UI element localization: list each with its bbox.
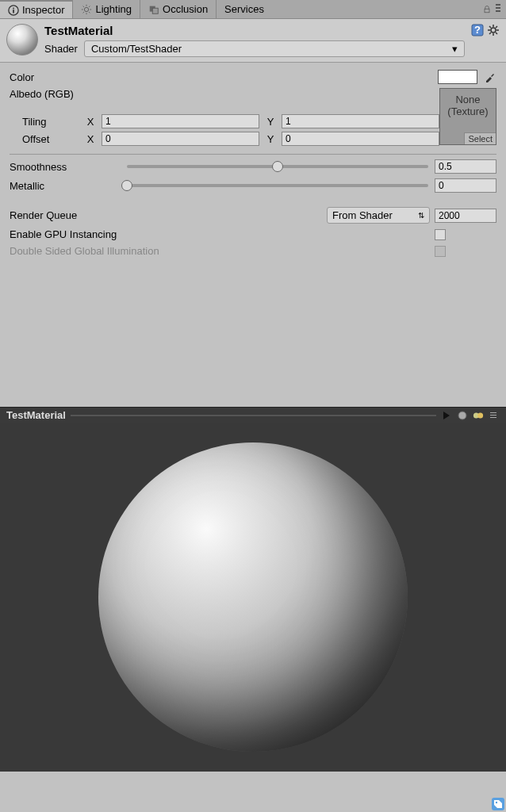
light-preview-icon[interactable] [473, 410, 484, 421]
dsgi-checkbox [435, 246, 446, 257]
metallic-label: Metallic [10, 180, 121, 192]
svg-point-1 [13, 7, 14, 9]
svg-line-10 [83, 12, 84, 13]
svg-rect-17 [496, 10, 500, 12]
tab-bar: Inspector Lighting Occlusion Services [0, 0, 506, 19]
smoothness-value-input[interactable] [435, 159, 496, 174]
texture-select-button[interactable]: Select [464, 132, 496, 144]
shader-dropdown[interactable]: Custom/TestShader ▾ [84, 40, 465, 57]
info-icon [8, 5, 19, 16]
albedo-texture-slot[interactable]: None (Texture) Select [439, 88, 496, 145]
preview-sphere [98, 442, 408, 752]
material-preview[interactable] [0, 423, 506, 772]
shader-value: Custom/TestShader [91, 43, 182, 55]
svg-point-35 [496, 802, 497, 803]
eyedropper-icon[interactable] [484, 71, 496, 83]
shader-label: Shader [44, 43, 78, 55]
svg-line-25 [489, 26, 491, 28]
svg-line-8 [83, 6, 84, 6]
slider-thumb[interactable] [272, 161, 283, 172]
chevron-down-icon: ▾ [452, 43, 458, 55]
render-queue-mode: From Shader [332, 209, 393, 221]
svg-rect-32 [490, 412, 496, 413]
separator [10, 154, 496, 155]
tab-lighting[interactable]: Lighting [73, 0, 140, 18]
svg-line-9 [90, 12, 90, 13]
svg-point-29 [458, 412, 466, 419]
dsgi-label: Double Sided Global Illumination [10, 245, 435, 257]
tab-occlusion-label: Occlusion [163, 3, 208, 15]
svg-rect-15 [496, 4, 500, 6]
svg-rect-14 [485, 9, 489, 13]
offset-label: Offset [22, 133, 79, 145]
tiling-y-input[interactable] [282, 114, 439, 128]
tab-services-label: Services [224, 3, 264, 15]
render-queue-label: Render Queue [10, 209, 327, 221]
y-label-2: Y [263, 133, 278, 145]
preview-title: TestMaterial [6, 409, 66, 421]
spacer [0, 268, 506, 407]
play-icon[interactable] [441, 410, 452, 421]
svg-line-26 [496, 33, 497, 34]
albedo-label: Albedo (RGB) [10, 88, 439, 100]
svg-rect-13 [152, 8, 158, 13]
offset-x-input[interactable] [102, 132, 259, 146]
smoothness-slider[interactable] [127, 165, 428, 168]
tab-lighting-label: Lighting [95, 3, 132, 15]
svg-line-27 [489, 33, 491, 34]
svg-rect-33 [490, 415, 496, 416]
material-name: TestMaterial [44, 24, 465, 37]
tab-inspector-label: Inspector [22, 4, 64, 16]
preview-menu-icon[interactable] [489, 410, 500, 421]
gear-icon[interactable] [487, 24, 500, 36]
dropdown-icon[interactable] [495, 3, 501, 15]
material-sphere-icon [6, 24, 38, 56]
y-label: Y [263, 116, 278, 128]
gpu-instancing-label: Enable GPU Instancing [10, 228, 435, 240]
svg-line-11 [90, 6, 90, 6]
metallic-value-input[interactable] [435, 178, 496, 193]
x-label-2: X [82, 133, 98, 145]
properties-panel: Color Albedo (RGB) Tiling X Y Offset X Y [0, 63, 506, 268]
sun-icon [81, 4, 92, 15]
render-queue-dropdown[interactable]: From Shader ⇅ [327, 207, 430, 224]
metallic-slider[interactable] [127, 184, 428, 187]
tiling-x-input[interactable] [102, 114, 259, 128]
svg-text:?: ? [474, 24, 481, 36]
svg-line-28 [496, 26, 497, 28]
sphere-preview-icon[interactable] [457, 410, 468, 421]
smoothness-label: Smoothness [10, 161, 121, 173]
color-label: Color [10, 71, 121, 83]
help-icon[interactable]: ? [471, 24, 484, 36]
render-queue-value-input[interactable] [435, 209, 496, 223]
svg-point-31 [477, 412, 483, 418]
offset-y-input[interactable] [282, 132, 439, 146]
occlusion-icon [148, 4, 159, 15]
slider-thumb[interactable] [121, 180, 132, 191]
svg-point-3 [85, 7, 89, 11]
tab-services[interactable]: Services [217, 0, 272, 18]
svg-point-20 [491, 28, 496, 33]
texture-none-label: None [447, 94, 488, 105]
color-swatch[interactable] [438, 70, 477, 84]
x-label: X [82, 116, 98, 128]
svg-rect-2 [13, 10, 14, 13]
tab-inspector[interactable]: Inspector [0, 0, 73, 18]
tag-icon[interactable] [492, 798, 504, 810]
preview-header: TestMaterial [0, 407, 506, 423]
tiling-label: Tiling [22, 116, 79, 128]
material-header: TestMaterial Shader Custom/TestShader ▾ … [0, 19, 506, 63]
gpu-instancing-checkbox[interactable] [435, 229, 446, 240]
svg-rect-34 [490, 417, 496, 418]
preview-drag-handle[interactable] [71, 415, 436, 416]
texture-type-label: (Texture) [447, 105, 488, 117]
tab-occlusion[interactable]: Occlusion [140, 0, 217, 18]
svg-rect-16 [496, 7, 500, 9]
lock-icon[interactable] [482, 5, 492, 14]
chevron-updown-icon: ⇅ [418, 211, 424, 220]
